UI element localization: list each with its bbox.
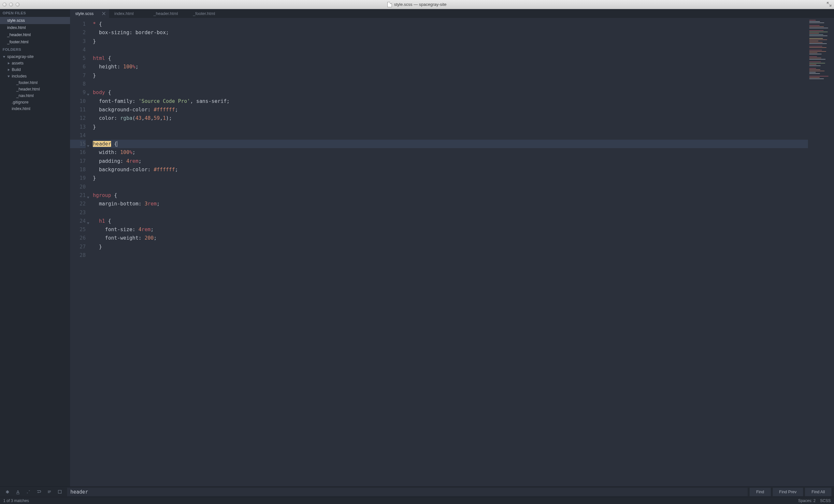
minimap-line [809, 56, 817, 57]
code-content[interactable]: * { box-sizing: border-box;} html { heig… [88, 18, 808, 486]
find-button[interactable]: Find [750, 488, 770, 496]
file-tree-item[interactable]: _footer.html [0, 79, 70, 86]
folders-header: FOLDERS [0, 46, 70, 53]
minimap-line [809, 59, 826, 60]
open-file-item[interactable]: style.scss [0, 17, 70, 24]
line-number: 26 [70, 234, 86, 242]
line-number: 28 [70, 251, 86, 259]
code-line [93, 251, 808, 259]
disclosure-arrow-icon [7, 68, 10, 71]
tab-label: _header.html [153, 11, 178, 16]
minimap-line [809, 41, 818, 41]
code-line [93, 208, 808, 217]
code-line: h1 { [93, 217, 808, 225]
folder-item[interactable]: spacegray-site [0, 53, 70, 60]
line-number: 16 [70, 148, 86, 157]
minimap-line [809, 68, 816, 69]
code-line: font-size: 4rem; [93, 225, 808, 234]
open-file-item[interactable]: index.html [0, 24, 70, 31]
line-number: 25 [70, 225, 86, 234]
line-number: 17 [70, 157, 86, 165]
line-number: 7 [70, 71, 86, 80]
minimap-line [809, 64, 816, 65]
find-input[interactable] [67, 488, 748, 496]
code-line: width: 100%; [93, 148, 808, 157]
minimap-line [809, 55, 826, 56]
line-number: 27 [70, 243, 86, 251]
titlebar: style.scss — spacegray-site [0, 0, 834, 9]
code-line: * { [93, 20, 808, 28]
status-bar: 1 of 3 matches Spaces: 2 SCSS [0, 497, 834, 504]
minimap-line [809, 43, 827, 44]
folder-item[interactable]: assets [0, 60, 70, 66]
code-line: } [93, 123, 808, 131]
minimap-line [809, 33, 819, 33]
tree-label: .gitignore [12, 100, 28, 105]
highlight-toggle-icon[interactable] [57, 489, 63, 495]
find-prev-button[interactable]: Find Prev [773, 488, 804, 496]
status-syntax[interactable]: SCSS [820, 499, 831, 503]
line-number: 4 [70, 46, 86, 54]
whole-word-icon[interactable]: „ ” [25, 489, 31, 495]
tab[interactable]: _footer.html [188, 9, 227, 18]
code-line: } [93, 71, 808, 80]
wrap-toggle-icon[interactable] [36, 489, 42, 495]
minimap-line [809, 54, 821, 54]
line-number: 24 [70, 217, 86, 225]
minimap-line [809, 62, 821, 62]
tab-bar: style.scssindex.html_header.html_footer.… [70, 9, 834, 18]
minimap-line [809, 45, 818, 45]
file-tree-item[interactable]: _header.html [0, 86, 70, 92]
code-line: height: 100%; [93, 63, 808, 71]
code-line: } [93, 174, 808, 182]
close-tab-icon[interactable] [102, 12, 106, 15]
minimap-line [809, 39, 827, 40]
find-all-button[interactable]: Find All [805, 488, 831, 496]
line-number: 11 [70, 106, 86, 114]
minimap-line [809, 28, 828, 28]
tree-label: spacegray-site [7, 54, 34, 59]
tab-label: style.scss [75, 11, 93, 16]
folder-item[interactable]: includes [0, 73, 70, 79]
line-number: 22 [70, 200, 86, 208]
tab[interactable]: index.html [109, 9, 148, 18]
tree-label: _header.html [16, 87, 40, 91]
minimap-line [809, 29, 819, 30]
line-gutter: 1234567891011121314151617181920212223242… [70, 18, 88, 486]
file-tree-item[interactable]: _nav.html [0, 92, 70, 99]
code-line: header { [93, 140, 808, 148]
minimap-line [809, 71, 825, 71]
code-editor[interactable]: 1234567891011121314151617181920212223242… [70, 18, 834, 486]
minimap-line [809, 77, 820, 78]
in-selection-icon[interactable] [46, 489, 52, 495]
folder-item[interactable]: Build [0, 66, 70, 73]
line-number: 1 [70, 20, 86, 28]
open-files-header: OPEN FILES [0, 9, 70, 17]
line-number: 21 [70, 191, 86, 200]
window-title: style.scss — spacegray-site [0, 2, 834, 7]
minimap-line [809, 67, 825, 67]
line-number: 9 [70, 88, 86, 97]
status-indent[interactable]: Spaces: 2 [798, 499, 815, 503]
minimap-line [809, 20, 816, 21]
line-number: 19 [70, 174, 86, 182]
minimap-line [809, 73, 820, 74]
code-line: color: rgba(43,48,59,1); [93, 114, 808, 122]
minimap[interactable] [808, 18, 834, 486]
minimap-line [809, 51, 826, 52]
tab[interactable]: style.scss [70, 9, 109, 18]
tab-label: index.html [114, 11, 134, 16]
code-line [93, 131, 808, 140]
svg-rect-0 [58, 490, 61, 493]
code-line [93, 80, 808, 88]
code-line: html { [93, 54, 808, 63]
regex-toggle-icon[interactable]: ✱ [4, 489, 10, 495]
fullscreen-icon[interactable] [827, 2, 831, 6]
file-tree-item[interactable]: .gitignore [0, 99, 70, 106]
minimap-line [809, 21, 820, 22]
file-tree-item[interactable]: index.html [0, 106, 70, 112]
tab[interactable]: _header.html [148, 9, 188, 18]
open-file-item[interactable]: _footer.html [0, 39, 70, 46]
case-sensitive-icon[interactable]: A [15, 489, 21, 495]
open-file-item[interactable]: _header.html [0, 31, 70, 39]
